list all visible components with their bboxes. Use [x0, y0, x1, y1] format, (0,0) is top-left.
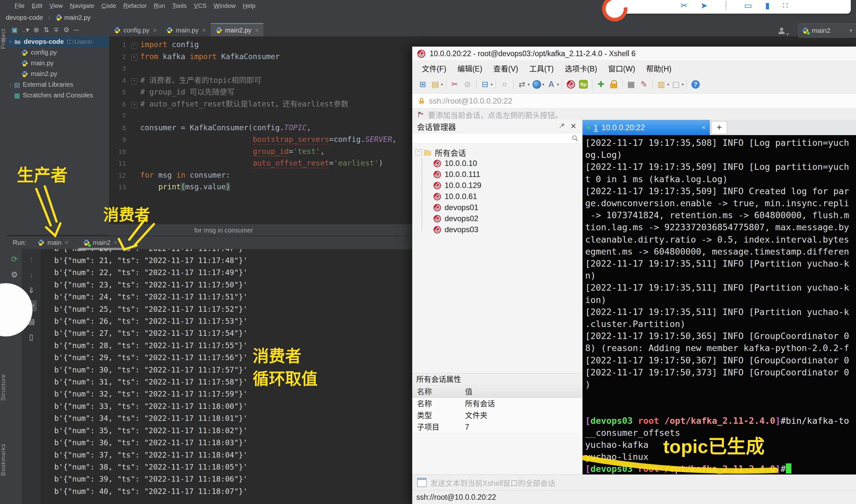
chevron-down-icon[interactable]: ▾: [667, 82, 669, 87]
menu-item-edit[interactable]: Edit: [28, 0, 46, 12]
breadcrumb-project[interactable]: devops-code: [6, 14, 43, 21]
xftp-icon[interactable]: ftp: [577, 78, 589, 90]
session-item-10.0.0.129[interactable]: 10.0.0.129: [412, 180, 582, 191]
menu-item-file[interactable]: File: [11, 0, 28, 12]
rerun-icon[interactable]: ⟳: [9, 254, 20, 265]
expand-all-icon[interactable]: ⇅: [43, 26, 49, 33]
session-item-10.0.0.10[interactable]: 10.0.0.10: [412, 158, 582, 169]
collapse-all-icon[interactable]: ∓: [53, 26, 59, 33]
close-icon[interactable]: ✕: [64, 240, 69, 246]
project-file-main.py[interactable]: main.py: [7, 58, 109, 69]
up-stack-trace-icon[interactable]: ↑: [26, 254, 37, 265]
menu-item-run[interactable]: Run: [150, 0, 169, 12]
run-configuration-select[interactable]: main2 ▼: [798, 23, 856, 38]
down-stack-trace-icon[interactable]: ↓: [26, 269, 37, 280]
run-tab-main[interactable]: main ✕: [34, 236, 72, 249]
find-icon[interactable]: ○: [498, 78, 511, 90]
run-tab-main2[interactable]: main2 ✕: [79, 236, 121, 249]
font-icon[interactable]: A: [545, 78, 557, 90]
menu-item-view[interactable]: View: [46, 0, 66, 12]
xshell-menu-帮助(H)[interactable]: 帮助(H): [641, 63, 677, 74]
close-tab-icon[interactable]: ×: [702, 124, 705, 131]
project-external-libraries[interactable]: › ▤ External Libraries: [7, 79, 109, 90]
xshell-menu-编辑(E)[interactable]: 编辑(E): [452, 63, 488, 74]
stripe-bookmarks-label[interactable]: Bookmarks: [0, 444, 7, 476]
xshell-menu-查看(V)[interactable]: 查看(V): [488, 63, 524, 74]
xshell-menu-文件(F)[interactable]: 文件(F): [416, 63, 452, 74]
chevron-down-icon[interactable]: ▾: [542, 82, 544, 87]
close-icon[interactable]: ✕: [202, 27, 206, 33]
chevron-down-icon[interactable]: ▾: [441, 82, 443, 87]
project-scratches[interactable]: ▦ Scratches and Consoles: [7, 90, 109, 101]
editor-tab-main2.py[interactable]: main2.py✕: [211, 23, 264, 36]
close-icon[interactable]: ✕: [254, 27, 259, 33]
phone-tool-icon[interactable]: ▮: [765, 1, 770, 11]
breadcrumb-file[interactable]: main2.py: [64, 14, 91, 21]
address-bar[interactable]: ssh://root@10.0.0.20:22: [412, 93, 856, 108]
locate-file-icon[interactable]: ⊕: [33, 26, 39, 33]
session-item-10.0.0.111[interactable]: 10.0.0.111: [412, 169, 582, 180]
chevron-down-icon[interactable]: ▾: [528, 82, 530, 87]
chevron-down-icon[interactable]: ▾: [557, 82, 559, 87]
session-item-10.0.0.61[interactable]: 10.0.0.61: [412, 191, 582, 202]
pin-panel-button[interactable]: [556, 122, 568, 130]
new-tab-button[interactable]: +: [712, 121, 727, 134]
pen-tool-icon[interactable]: ➤: [700, 1, 708, 11]
menu-item-navigate[interactable]: Navigate: [66, 0, 98, 12]
user-profile-button[interactable]: ▾: [777, 26, 789, 37]
fullscreen-icon[interactable]: ✚: [595, 78, 607, 90]
new-folder-icon[interactable]: ▥: [655, 78, 667, 90]
session-item-devops03[interactable]: devops03: [412, 224, 582, 235]
clear-all-icon[interactable]: ▯: [26, 331, 37, 343]
compose-bar[interactable]: 发送文本到当前Xshell窗口的全部会话: [412, 474, 856, 490]
window-layout-icon[interactable]: ▢: [670, 78, 682, 90]
fold-marker-icon[interactable]: −: [131, 102, 137, 108]
fold-marker-icon[interactable]: −: [131, 78, 137, 85]
compose-pen-icon[interactable]: ✎: [638, 78, 650, 90]
stripe-structure-label[interactable]: Structure: [0, 374, 7, 401]
session-properties-icon[interactable]: ⊟: [479, 78, 491, 90]
new-session-icon[interactable]: ⊞: [417, 78, 429, 90]
menu-item-code[interactable]: Code: [98, 0, 120, 12]
project-file-config.py[interactable]: config.py: [7, 47, 109, 58]
cut-tool-icon[interactable]: ✂: [680, 1, 688, 11]
close-icon[interactable]: ✕: [113, 240, 118, 246]
chevron-down-icon[interactable]: ▾: [491, 82, 493, 87]
menu-item-help[interactable]: Help: [239, 0, 259, 12]
session-search-bar[interactable]: [412, 133, 582, 144]
help-icon[interactable]: ?: [690, 78, 701, 90]
session-item-devops01[interactable]: devops01: [412, 202, 582, 213]
settings-gear-icon[interactable]: ⚙: [63, 26, 70, 33]
xshell-icon[interactable]: [565, 78, 577, 90]
terminal-tab[interactable]: 1 10.0.0.20:22 ×: [583, 120, 710, 135]
reconnect-icon[interactable]: ⊘: [461, 78, 474, 90]
editor-tab-config.py[interactable]: config.py✕: [109, 24, 161, 37]
menu-item-refactor[interactable]: Refactor: [120, 0, 150, 12]
hide-panel-icon[interactable]: ─: [74, 26, 78, 33]
menu-item-tools[interactable]: Tools: [168, 0, 190, 12]
virtual-keyboard-icon[interactable]: ▦: [625, 78, 637, 90]
menu-item-window[interactable]: Window: [210, 0, 239, 12]
menu-item-vcs[interactable]: VCS: [190, 0, 210, 12]
stripe-project-label[interactable]: Project: [0, 29, 7, 49]
project-root-row[interactable]: ˅ devops-code C:\Users\: [7, 36, 109, 47]
project-file-main2.py[interactable]: main2.py: [7, 69, 109, 79]
xshell-title-bar[interactable]: 10.0.0.20:22 - root@devops03:/opt/kafka_…: [412, 47, 856, 61]
view-options-caret-icon[interactable]: ..▾: [22, 26, 29, 33]
xshell-menu-工具(T)[interactable]: 工具(T): [524, 63, 559, 74]
encoding-globe-icon[interactable]: [531, 78, 542, 90]
chevron-right-icon[interactable]: ›: [7, 82, 14, 87]
fold-marker-icon[interactable]: −: [131, 55, 137, 61]
transfer-icon[interactable]: ⇄: [516, 78, 528, 90]
chevron-down-icon[interactable]: ▾: [682, 82, 683, 87]
chevron-down-icon[interactable]: ˅: [7, 39, 14, 44]
collapse-icon[interactable]: −: [416, 149, 422, 155]
settings-wrench-icon[interactable]: ⚙: [9, 269, 20, 280]
grid-tool-icon[interactable]: ∷: [783, 1, 788, 11]
editor-tab-main.py[interactable]: main.py✕: [161, 24, 210, 37]
terminal-output[interactable]: [2022-11-17 19:17:35,508] INFO [Log part…: [583, 135, 856, 474]
fold-marker-icon[interactable]: −: [131, 42, 137, 49]
xshell-menu-窗口(W)[interactable]: 窗口(W): [603, 63, 641, 74]
monitor-tool-icon[interactable]: ▭: [744, 1, 752, 11]
alert-tool-icon[interactable]: ❕: [720, 1, 731, 11]
